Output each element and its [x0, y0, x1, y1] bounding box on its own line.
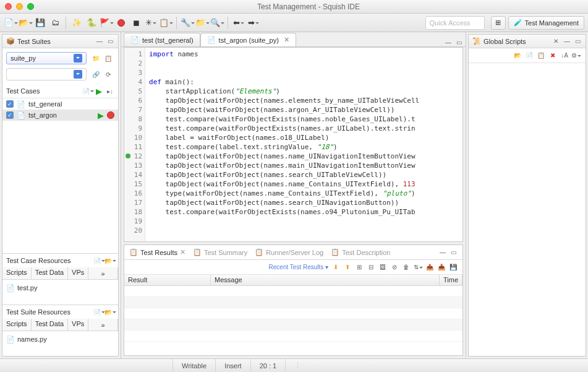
maximize-icon[interactable]: ▭: [449, 248, 458, 257]
close-icon[interactable]: ✕: [180, 248, 185, 256]
filter-icon[interactable]: ⇅: [414, 263, 422, 272]
settings-button[interactable]: 📋: [159, 16, 173, 30]
forward-button[interactable]: ➡: [247, 16, 260, 30]
breakpoint-icon[interactable]: [126, 154, 130, 158]
editor-tab[interactable]: 📄tst_argon (suite_py)✕: [200, 33, 296, 46]
resource-file[interactable]: 📄test.py: [6, 282, 114, 293]
save-button[interactable]: 💾: [33, 16, 47, 30]
new-script-icon[interactable]: 📄: [525, 51, 534, 60]
suite-select[interactable]: suite_py: [6, 52, 87, 64]
results-column-header[interactable]: Time: [440, 275, 462, 285]
close-icon[interactable]: ✕: [284, 36, 289, 44]
run-suite-button[interactable]: ▶: [95, 87, 103, 95]
link-icon[interactable]: 🔗: [92, 70, 100, 79]
expand-icon[interactable]: ⊞: [355, 263, 364, 272]
window-title: Test Management - Squish IDE: [34, 2, 583, 11]
python-button[interactable]: 🐍: [85, 16, 98, 30]
save-all-button[interactable]: 🗂: [48, 16, 62, 30]
global-scripts-tree[interactable]: [469, 63, 586, 323]
maximize-icon[interactable]: ▭: [106, 37, 114, 46]
editor-content[interactable]: import names def main(): startApplicatio…: [145, 48, 462, 241]
record-button[interactable]: [114, 16, 128, 30]
delete-icon[interactable]: 🗑: [402, 263, 411, 272]
minimize-icon[interactable]: —: [95, 37, 104, 46]
checkbox-icon[interactable]: ✓: [6, 111, 14, 119]
maximize-icon[interactable]: ▭: [454, 38, 463, 46]
more-tabs-button[interactable]: »: [88, 319, 118, 331]
results-column-header[interactable]: Result: [124, 275, 211, 285]
resource-file[interactable]: 📄names.py: [6, 334, 114, 345]
add-folder-icon[interactable]: 📂: [513, 51, 522, 60]
minimize-icon[interactable]: —: [444, 38, 453, 46]
sort-icon[interactable]: ↓A: [560, 51, 569, 60]
resource-tab[interactable]: Test Data: [32, 319, 68, 331]
open-suiteres-button[interactable]: 📂: [106, 308, 114, 316]
import-icon[interactable]: 📥: [437, 263, 446, 272]
resource-tab[interactable]: Scripts: [2, 319, 32, 331]
suite-settings-icon[interactable]: 📋: [104, 54, 113, 63]
more-tabs-button[interactable]: »: [88, 267, 118, 279]
new-testcase-button[interactable]: 📄: [83, 87, 92, 95]
export-icon[interactable]: 📤: [425, 263, 434, 272]
refresh-icon[interactable]: ⟳: [104, 70, 113, 79]
perspective-test-management[interactable]: 🧪 Test Management: [508, 16, 584, 30]
delete-script-icon[interactable]: ✖: [548, 51, 557, 60]
launch-button[interactable]: ✳: [144, 16, 158, 30]
code-editor[interactable]: 1234567891011121314151617181920 import n…: [124, 47, 463, 242]
screenshot-icon[interactable]: 🖼: [378, 263, 387, 272]
toolbar-separator: [176, 17, 177, 29]
testcase-item[interactable]: ✓ 📄 tst_general: [2, 98, 118, 110]
resource-tab[interactable]: Test Data: [32, 267, 68, 279]
record-icon[interactable]: [107, 111, 114, 119]
results-tab[interactable]: 📋Test Results ✕: [129, 248, 185, 256]
arrow-up-icon[interactable]: ⬆: [343, 263, 352, 272]
window-minimize-button[interactable]: [16, 3, 23, 10]
folder-icon[interactable]: 📁: [92, 54, 100, 63]
new-suiteres-button[interactable]: 📄: [95, 308, 103, 316]
collapse-icon[interactable]: ⊟: [367, 263, 375, 272]
filter-select[interactable]: [6, 68, 87, 80]
play-icon[interactable]: ▶: [98, 111, 104, 120]
close-tab-icon[interactable]: ✕: [552, 37, 560, 46]
minimize-icon[interactable]: —: [563, 37, 571, 46]
copy-icon[interactable]: 📋: [537, 51, 545, 60]
window-close-button[interactable]: [5, 3, 12, 10]
run-selected-button[interactable]: ▸↓: [106, 87, 114, 95]
clear-icon[interactable]: ⊘: [390, 263, 399, 272]
resource-tab[interactable]: VPs: [68, 267, 88, 279]
testcase-label: tst_argon: [28, 111, 57, 119]
minimize-icon[interactable]: —: [438, 248, 447, 257]
stop-button[interactable]: ◼: [129, 16, 143, 30]
quick-access-input[interactable]: Quick Access: [425, 16, 485, 30]
testcase-item[interactable]: ✓ 📄 tst_argon ▶: [2, 110, 118, 121]
wand-button[interactable]: ✨: [70, 16, 83, 30]
arrow-down-icon[interactable]: ⬇: [331, 263, 340, 272]
save-results-icon[interactable]: 💾: [449, 263, 458, 272]
open-caseres-button[interactable]: 📂: [106, 256, 114, 265]
suite-select-value: suite_py: [11, 54, 36, 62]
toolbar-separator: [66, 17, 66, 29]
recent-results-link[interactable]: Recent Test Results ▾: [269, 264, 329, 270]
back-button[interactable]: ⬅: [232, 16, 245, 30]
run-flag-button[interactable]: 🚩: [100, 16, 113, 30]
debug-button[interactable]: 🔧: [181, 16, 194, 30]
open-folder-button[interactable]: 📂: [19, 16, 32, 30]
resource-tab[interactable]: VPs: [68, 319, 88, 331]
editor-tab[interactable]: 📄test (tst_general): [124, 33, 200, 46]
results-tab[interactable]: 📋Test Description: [331, 248, 390, 256]
status-cursor-position: 20 : 1: [251, 359, 286, 372]
navigate-button[interactable]: 📁: [195, 16, 209, 30]
results-column-header[interactable]: Message: [211, 275, 440, 285]
results-tab[interactable]: 📋Runner/Server Log: [255, 248, 323, 256]
results-tab[interactable]: 📋Test Summary: [193, 248, 247, 256]
maximize-icon[interactable]: ▭: [573, 37, 582, 46]
window-zoom-button[interactable]: [27, 3, 34, 10]
checkbox-icon[interactable]: ✓: [6, 100, 14, 108]
view-menu-icon[interactable]: ⚙: [572, 51, 581, 60]
test-cases-list: ✓ 📄 tst_general ✓ 📄 tst_argon ▶: [2, 98, 118, 253]
search-tool-button[interactable]: 🔍: [210, 16, 224, 30]
open-perspective-button[interactable]: ⊞: [491, 16, 506, 30]
new-caseres-button[interactable]: 📄: [95, 256, 103, 265]
resource-tab[interactable]: Scripts: [2, 267, 32, 279]
new-button[interactable]: 📄: [4, 16, 17, 30]
